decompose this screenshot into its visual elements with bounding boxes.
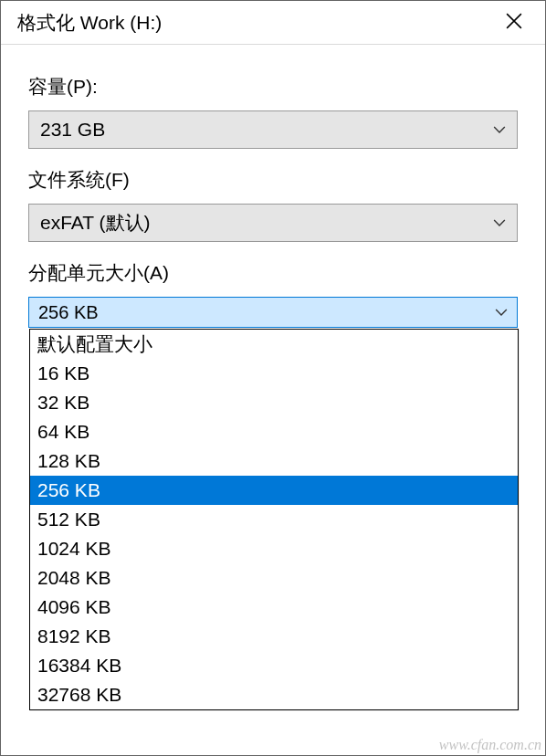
allocation-option[interactable]: 默认配置大小 — [30, 330, 518, 359]
watermark: www.cfan.com.cn — [439, 737, 541, 753]
filesystem-value: exFAT (默认) — [40, 210, 151, 236]
allocation-option[interactable]: 16 KB — [30, 359, 518, 388]
close-icon — [506, 11, 522, 35]
allocation-option[interactable]: 64 KB — [30, 417, 518, 446]
allocation-option[interactable]: 256 KB — [30, 476, 518, 505]
titlebar: 格式化 Work (H:) — [1, 1, 545, 45]
allocation-value: 256 KB — [38, 302, 99, 323]
allocation-dropdown-list[interactable]: 默认配置大小16 KB32 KB64 KB128 KB256 KB512 KB1… — [29, 329, 519, 710]
allocation-select[interactable]: 256 KB — [28, 297, 518, 328]
filesystem-select[interactable]: exFAT (默认) — [28, 204, 518, 242]
allocation-option[interactable]: 32 KB — [30, 388, 518, 417]
allocation-option[interactable]: 16384 KB — [30, 651, 518, 680]
allocation-label: 分配单元大小(A) — [28, 260, 518, 286]
allocation-option[interactable]: 32768 KB — [30, 680, 518, 709]
capacity-value: 231 GB — [40, 119, 105, 141]
allocation-option[interactable]: 1024 KB — [30, 534, 518, 563]
chevron-down-icon — [493, 216, 506, 229]
allocation-option[interactable]: 2048 KB — [30, 563, 518, 593]
allocation-option[interactable]: 512 KB — [30, 505, 518, 534]
format-dialog: 格式化 Work (H:) 容量(P): 231 GB 文件系统(F) exFA… — [0, 0, 546, 756]
allocation-option[interactable]: 4096 KB — [30, 593, 518, 622]
capacity-select[interactable]: 231 GB — [28, 110, 518, 149]
allocation-option[interactable]: 128 KB — [30, 446, 518, 476]
capacity-label: 容量(P): — [28, 74, 518, 100]
dialog-body: 容量(P): 231 GB 文件系统(F) exFAT (默认) 分配单元大小(… — [1, 45, 545, 328]
close-button[interactable] — [496, 5, 532, 41]
allocation-option[interactable]: 8192 KB — [30, 622, 518, 651]
window-title: 格式化 Work (H:) — [17, 10, 162, 36]
chevron-down-icon — [493, 123, 506, 136]
chevron-down-icon — [495, 306, 508, 319]
filesystem-label: 文件系统(F) — [28, 167, 518, 193]
